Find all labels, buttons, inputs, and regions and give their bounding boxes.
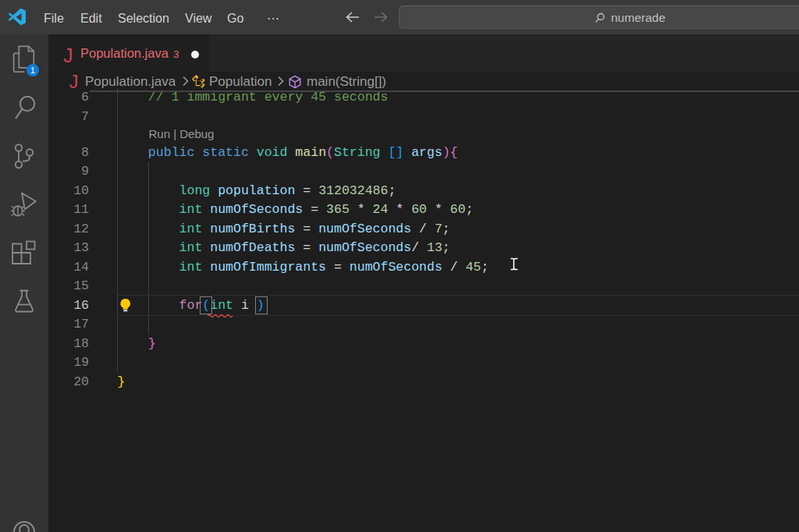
svg-text:1: 1 — [30, 66, 35, 75]
